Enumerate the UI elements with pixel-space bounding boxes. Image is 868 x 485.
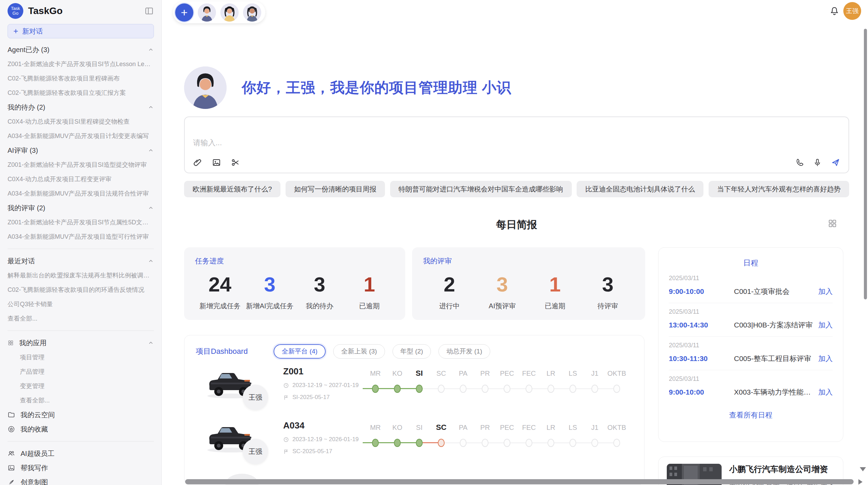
sidebar-section-header-3[interactable]: 我的评审 (2): [8, 201, 154, 215]
panel-toggle-icon[interactable]: [144, 6, 154, 16]
flag-icon: [283, 449, 289, 455]
milestone-dot[interactable]: [613, 385, 620, 393]
sidebar-section-header-recent[interactable]: 最近对话: [8, 254, 154, 268]
milestone-dot[interactable]: [547, 385, 554, 393]
sidebar-my-apps-header[interactable]: 我的应用: [8, 336, 154, 350]
sidebar-recent-item[interactable]: C02-飞腾新能源轻客改款项目的闭环通告反馈情况: [8, 283, 154, 297]
horizontal-scrollbar[interactable]: [185, 479, 854, 484]
milestone-dot[interactable]: [416, 385, 423, 393]
sidebar-recent-item[interactable]: 公司Q3轻卡销量: [8, 297, 154, 311]
sidebar-section-header-0[interactable]: Agent已办 (3): [8, 42, 154, 57]
milestone-dot[interactable]: [569, 439, 576, 447]
join-link[interactable]: 加入: [818, 320, 833, 330]
sidebar-header: Task Go TaskGo: [8, 0, 154, 22]
milestone-dot[interactable]: [526, 385, 532, 393]
sidebar-item[interactable]: C02-飞腾新能源轻客改款项目里程碑画布: [8, 71, 154, 86]
milestone-dot[interactable]: [526, 439, 532, 447]
scroll-down-arrow[interactable]: [860, 467, 866, 471]
milestone-dot[interactable]: [372, 385, 379, 393]
phone-icon[interactable]: [795, 158, 804, 167]
dashboard-filter-chip[interactable]: 动总开发 (1): [438, 344, 490, 359]
dashboard-filter-chip[interactable]: 全新上装 (3): [333, 344, 385, 359]
milestone-dot[interactable]: [613, 439, 620, 447]
layout-grid-icon[interactable]: [828, 219, 837, 228]
sidebar-item-star-badge[interactable]: 我的收藏: [8, 422, 154, 436]
briefing-card: 任务进度24新增完成任务3新增AI完成任务3我的待办1已逾期: [184, 247, 405, 320]
sidebar-recent-item[interactable]: 解释最新出台的欧盟报废车法规再生塑料比例被调至15%...: [8, 268, 154, 283]
project-code: A034: [283, 420, 359, 431]
agent-avatar-2[interactable]: [220, 3, 239, 22]
agent-avatar-1[interactable]: [198, 3, 216, 22]
tool-label: 创意制图: [21, 478, 48, 485]
agent-avatar-3[interactable]: [243, 3, 261, 22]
sidebar-tool-item[interactable]: AI超级员工: [8, 446, 154, 461]
composer-tools-right: [795, 158, 840, 167]
sidebar-item-folder[interactable]: 我的云空间: [8, 408, 154, 422]
project-row[interactable]: 王强Z0012023-12-19 ~ 2027-01-19SI-2025-05-…: [184, 364, 644, 418]
milestone-dot[interactable]: [460, 439, 467, 447]
sidebar-item[interactable]: Z001-全新燃油轻卡产品开发项目SI造型提交物评审: [8, 158, 154, 172]
milestone-dot[interactable]: [482, 385, 489, 393]
suggestion-chip[interactable]: 欧洲新规最近颁布了什么?: [184, 181, 280, 197]
vertical-scrollbar[interactable]: [864, 29, 867, 299]
add-agent-button[interactable]: +: [175, 3, 193, 22]
milestone-dot[interactable]: [438, 385, 445, 393]
milestone-dot[interactable]: [547, 439, 554, 447]
sidebar-section-header-1[interactable]: 我的待办 (2): [8, 100, 154, 114]
milestone-dot[interactable]: [591, 385, 598, 393]
milestone-dot[interactable]: [394, 439, 401, 447]
dashboard-filter-chip[interactable]: 年型 (2): [393, 344, 431, 359]
sidebar-tool-item[interactable]: 帮我写作: [8, 461, 154, 475]
dashboard-projects: 王强Z0012023-12-19 ~ 2027-01-19SI-2025-05-…: [184, 364, 644, 485]
scissors-icon[interactable]: [231, 158, 240, 167]
dashboard-filter-chip[interactable]: 全新平台 (4): [274, 344, 326, 359]
sidebar-item[interactable]: A034-全新新能源MUV产品开发项目法规符合性评审: [8, 186, 154, 201]
sidebar-item[interactable]: A034-全新新能源MUV产品开发项目计划变更表编写: [8, 129, 154, 143]
join-link[interactable]: 加入: [818, 387, 833, 397]
milestone-dot[interactable]: [438, 439, 445, 447]
milestone-dot[interactable]: [591, 439, 598, 447]
view-all-schedule-link[interactable]: 查看所有日程: [669, 410, 833, 420]
chat-input[interactable]: [192, 137, 742, 159]
milestone-dot[interactable]: [569, 385, 576, 393]
join-link[interactable]: 加入: [818, 354, 833, 363]
sidebar-item[interactable]: C0X4-动力总成开发项目SI里程碑提交物检查: [8, 114, 154, 129]
logo-text-2: Go: [12, 11, 18, 16]
suggestion-chip[interactable]: 如何写一份清晰的项目周报: [286, 181, 385, 197]
sidebar-section-header-2[interactable]: AI评审 (3): [8, 143, 154, 158]
send-icon[interactable]: [831, 158, 840, 167]
milestone-dot[interactable]: [372, 439, 379, 447]
sidebar-item[interactable]: C02-飞腾新能源轻客改款项目立项汇报方案: [8, 86, 154, 100]
sidebar-item[interactable]: Z001-全新燃油轻卡产品开发项目SI节点属性5D文件评审: [8, 215, 154, 229]
scroll-right-arrow[interactable]: [858, 479, 863, 485]
paperclip-icon[interactable]: [193, 158, 202, 167]
sidebar-item[interactable]: Z001-全新燃油皮卡产品开发项目SI节点Lesson Learn报告: [8, 57, 154, 71]
schedule-items: 2025/03/119:00-10:00C001-立项审批会加入2025/03/…: [669, 270, 833, 403]
milestone-dot[interactable]: [416, 439, 423, 447]
suggestion-chip[interactable]: 特朗普可能对进口汽车增税会对中国车企造成哪些影响: [390, 181, 572, 197]
join-link[interactable]: 加入: [818, 287, 833, 296]
suggestion-chip[interactable]: 比亚迪全固态电池计划具体说了什么: [577, 181, 703, 197]
milestone-dot[interactable]: [504, 439, 510, 447]
milestone-dot[interactable]: [394, 385, 401, 393]
sidebar-app-item[interactable]: 产品管理: [8, 364, 154, 379]
image-icon[interactable]: [212, 158, 221, 167]
project-row[interactable]: 王强A0342023-12-19 ~ 2026-01-19SC-2025-05-…: [184, 418, 644, 472]
milestone-dot[interactable]: [504, 385, 510, 393]
bell-icon[interactable]: [829, 6, 840, 16]
user-avatar[interactable]: 王强: [843, 2, 861, 20]
sidebar-item[interactable]: C0X4-动力总成开发项目工程变更评审: [8, 172, 154, 186]
sidebar-tool-item[interactable]: 创意制图: [8, 475, 154, 485]
sidebar-recent-item[interactable]: 查看全部...: [8, 311, 154, 326]
milestone-label: J1: [583, 424, 607, 432]
sidebar-app-item[interactable]: 变更管理: [8, 379, 154, 393]
suggestion-chip[interactable]: 当下年轻人对汽车外观有怎样的喜好趋势: [709, 181, 849, 197]
sidebar-app-item[interactable]: 项目管理: [8, 350, 154, 364]
sidebar-app-item[interactable]: 查看全部...: [8, 393, 154, 408]
milestone-dot[interactable]: [482, 439, 489, 447]
new-chat-button[interactable]: + 新对话: [8, 24, 154, 38]
stat-label: 新增完成任务: [195, 301, 245, 311]
mic-icon[interactable]: [813, 158, 822, 167]
sidebar-item[interactable]: A034-全新新能源MUV产品开发项目造型可行性评审: [8, 229, 154, 244]
milestone-dot[interactable]: [460, 385, 467, 393]
